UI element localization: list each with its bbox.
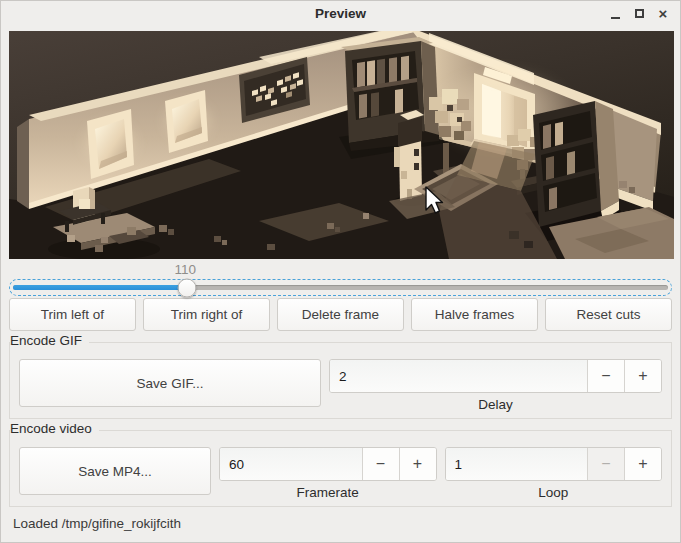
- encode-gif-section: Encode GIF Save GIF... 2 − + Delay: [9, 342, 672, 419]
- delay-group: 2 − + Delay: [329, 359, 662, 412]
- delay-minus-button[interactable]: −: [587, 360, 624, 392]
- encode-video-title: Encode video: [10, 422, 99, 437]
- window-title: Preview: [1, 6, 680, 21]
- slider-fill: [13, 285, 187, 290]
- scene-render: [9, 31, 674, 259]
- halve-frames-button[interactable]: Halve frames: [411, 298, 538, 331]
- minimize-icon: [611, 17, 620, 19]
- framerate-plus-button[interactable]: +: [399, 448, 436, 480]
- reset-cuts-button[interactable]: Reset cuts: [545, 298, 672, 331]
- close-button[interactable]: ×: [654, 4, 672, 22]
- trim-right-button[interactable]: Trim right of: [143, 298, 270, 331]
- app-window: Preview ×: [0, 0, 681, 543]
- framerate-input[interactable]: 60: [220, 448, 362, 480]
- framerate-spinbox: 60 − +: [219, 447, 437, 481]
- window-controls: ×: [606, 4, 680, 22]
- delay-input[interactable]: 2: [330, 360, 587, 392]
- encode-video-section: Encode video Save MP4... 60 − + Framerat…: [9, 430, 672, 507]
- maximize-button[interactable]: [630, 4, 648, 22]
- slider-focus-ring: [9, 279, 672, 296]
- loop-minus-button: −: [587, 448, 624, 480]
- loop-plus-button[interactable]: +: [624, 448, 661, 480]
- slider-handle[interactable]: [178, 278, 197, 297]
- encode-gif-title: Encode GIF: [10, 334, 89, 349]
- delay-spinbox: 2 − +: [329, 359, 662, 393]
- frame-slider: 110: [9, 259, 672, 298]
- loop-spinbox: 1 − +: [445, 447, 663, 481]
- trim-left-button[interactable]: Trim left of: [9, 298, 136, 331]
- delete-frame-button[interactable]: Delete frame: [277, 298, 404, 331]
- framerate-group: 60 − + Framerate: [219, 447, 437, 500]
- status-text: Loaded /tmp/gifine_rokijfcith: [13, 516, 672, 531]
- loop-input[interactable]: 1: [446, 448, 588, 480]
- content-area: 110 Trim left of Trim right of Delete fr…: [1, 25, 680, 542]
- delay-plus-button[interactable]: +: [624, 360, 661, 392]
- minimize-button[interactable]: [606, 4, 624, 22]
- save-mp4-button[interactable]: Save MP4...: [19, 447, 211, 495]
- close-icon: ×: [659, 6, 668, 21]
- delay-label: Delay: [329, 397, 662, 412]
- loop-group: 1 − + Loop: [445, 447, 663, 500]
- frame-action-buttons: Trim left of Trim right of Delete frame …: [9, 298, 672, 331]
- framerate-minus-button[interactable]: −: [362, 448, 399, 480]
- save-gif-button[interactable]: Save GIF...: [19, 359, 321, 407]
- preview-image: [9, 31, 674, 259]
- titlebar[interactable]: Preview ×: [1, 1, 680, 25]
- slider-track[interactable]: [13, 285, 668, 290]
- framerate-label: Framerate: [219, 485, 437, 500]
- maximize-icon: [635, 9, 644, 18]
- loop-label: Loop: [445, 485, 663, 500]
- slider-value: 110: [175, 262, 197, 277]
